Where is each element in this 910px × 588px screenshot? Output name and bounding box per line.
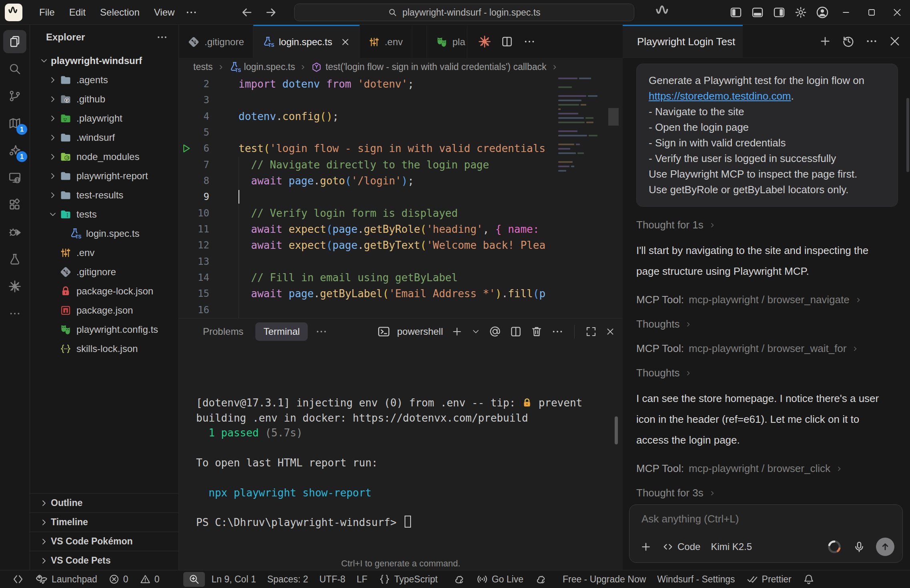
split-terminal-icon[interactable] bbox=[509, 325, 522, 338]
toggle-right-sidebar-icon[interactable] bbox=[768, 0, 790, 25]
section-timeline[interactable]: Timeline bbox=[30, 512, 178, 532]
microphone-icon[interactable] bbox=[853, 540, 866, 553]
status-eol[interactable]: LF bbox=[352, 572, 372, 587]
run-test-play-icon[interactable] bbox=[179, 143, 193, 154]
tree-item-playwright-windsurf[interactable]: playwright-windsurf bbox=[30, 51, 178, 70]
tree-item-login.spec.ts[interactable]: TSlogin.spec.ts bbox=[30, 224, 178, 243]
activity-run-and-debug[interactable] bbox=[3, 220, 26, 244]
editor-scrollbar[interactable] bbox=[608, 108, 619, 126]
status-upgrade[interactable]: Free - Upgrade Now bbox=[558, 572, 651, 587]
tree-item-.windsurf[interactable]: .windsurf bbox=[30, 128, 178, 147]
chevron-right-icon[interactable] bbox=[46, 190, 60, 200]
tree-item-.playwright[interactable]: .playwright bbox=[30, 109, 178, 128]
chevron-right-icon[interactable] bbox=[46, 114, 60, 123]
command-center-search[interactable]: playwright-windsurf - login.spec.ts bbox=[294, 4, 634, 21]
activity-search[interactable] bbox=[3, 57, 26, 80]
maximize-panel-icon[interactable] bbox=[585, 326, 597, 338]
tab-.gitignore[interactable]: .gitignore bbox=[179, 25, 253, 58]
more-actions-icon[interactable] bbox=[520, 32, 539, 51]
status-prettier[interactable]: Prettier bbox=[742, 572, 796, 587]
chevron-right-icon[interactable] bbox=[46, 152, 60, 162]
close-panel-icon[interactable] bbox=[605, 326, 615, 337]
shell-selector[interactable]: powershell bbox=[377, 325, 443, 338]
status-errors[interactable]: 0 bbox=[104, 572, 133, 587]
activity-explorer[interactable] bbox=[3, 30, 26, 53]
breadcrumb-item[interactable]: tests bbox=[193, 62, 213, 72]
activity-windsurf-plugin[interactable] bbox=[3, 275, 26, 298]
cascade-tab[interactable]: Playwright Login Test bbox=[623, 25, 743, 58]
section-vs-code-pokémon[interactable]: VS Code Pokémon bbox=[30, 532, 178, 551]
mcp-tool-row[interactable]: MCP Tool:mcp-playwright / browser_wait_f… bbox=[636, 342, 901, 355]
toggle-panel-icon[interactable] bbox=[747, 0, 768, 25]
status-warnings[interactable]: 0 bbox=[135, 572, 164, 587]
chat-scrollbar[interactable] bbox=[906, 98, 909, 172]
chevron-right-icon[interactable] bbox=[46, 94, 60, 104]
status-cursor-position[interactable]: Ln 9, Col 1 bbox=[206, 572, 261, 587]
section-outline[interactable]: Outline bbox=[30, 493, 178, 512]
attach-plus-icon[interactable] bbox=[640, 541, 652, 553]
history-icon[interactable] bbox=[840, 32, 857, 50]
tree-item-package.json[interactable]: package.json bbox=[30, 301, 178, 320]
panel-more-icon[interactable] bbox=[315, 325, 328, 338]
close-window-button[interactable] bbox=[884, 0, 910, 25]
chevron-down-icon[interactable] bbox=[46, 210, 60, 219]
code-editor[interactable]: 2import dotenv from 'dotenv';34dotenv.co… bbox=[179, 76, 623, 318]
cascade-more-icon[interactable] bbox=[863, 32, 880, 50]
terminal-output[interactable]: [dotenv@17.3.1] injecting env (0) from .… bbox=[179, 344, 623, 556]
split-editor-icon[interactable] bbox=[498, 32, 516, 51]
status-launchpad[interactable]: Launchpad bbox=[30, 572, 102, 587]
chevron-down-icon[interactable] bbox=[37, 56, 51, 66]
tab-.env[interactable]: .env bbox=[360, 25, 412, 58]
close-tab-icon[interactable] bbox=[340, 37, 351, 47]
chevron-right-icon[interactable] bbox=[46, 133, 60, 142]
tree-item-tests[interactable]: tests bbox=[30, 205, 178, 224]
new-conversation-icon[interactable] bbox=[816, 32, 834, 50]
kill-terminal-icon[interactable] bbox=[530, 325, 543, 338]
terminal-chat-icon[interactable] bbox=[489, 325, 501, 338]
status-zoom-indicator[interactable] bbox=[183, 572, 205, 587]
activity-extensions[interactable] bbox=[3, 193, 26, 216]
activity-source-control[interactable] bbox=[3, 84, 26, 108]
tab-pla[interactable]: pla bbox=[427, 25, 467, 58]
activity-testing[interactable] bbox=[3, 248, 26, 271]
close-panel-icon[interactable] bbox=[886, 32, 904, 50]
status-indentation[interactable]: Spaces: 2 bbox=[263, 572, 313, 587]
toggle-left-sidebar-icon[interactable] bbox=[725, 0, 747, 25]
maximize-button[interactable] bbox=[859, 0, 884, 25]
status-go-live[interactable]: Go Live bbox=[471, 572, 528, 587]
thought-row[interactable]: Thoughts bbox=[636, 367, 901, 379]
status-encoding[interactable]: UTF-8 bbox=[315, 572, 350, 587]
activity-map-extension[interactable]: 1 bbox=[3, 112, 26, 135]
activity-sparkle-extension[interactable]: 1 bbox=[3, 139, 26, 162]
mcp-tool-row[interactable]: MCP Tool:mcp-playwright / browser_naviga… bbox=[636, 294, 901, 306]
chat-input[interactable]: Ask anything (Ctrl+L) Code Kimi K2.5 bbox=[629, 504, 903, 563]
thought-row[interactable]: Thought for 1s bbox=[636, 219, 901, 231]
thought-row[interactable]: Thoughts bbox=[636, 318, 901, 330]
terminal-more-icon[interactable] bbox=[551, 325, 564, 338]
panel-tab-problems[interactable]: Problems bbox=[195, 322, 251, 341]
tree-item-playwright.config.ts[interactable]: playwright.config.ts bbox=[30, 320, 178, 339]
status-notifications[interactable] bbox=[798, 572, 820, 587]
new-terminal-icon[interactable] bbox=[451, 326, 463, 338]
terminal-scrollbar[interactable] bbox=[615, 416, 618, 444]
minimize-button[interactable] bbox=[833, 0, 859, 25]
activity-additional-views[interactable] bbox=[3, 302, 26, 325]
back-arrow-icon[interactable] bbox=[240, 6, 254, 19]
account-icon[interactable] bbox=[812, 0, 833, 25]
model-selector[interactable]: Kimi K2.5 bbox=[711, 541, 752, 552]
menu-view[interactable]: View bbox=[148, 4, 180, 20]
status-squirrel-1[interactable] bbox=[448, 572, 470, 587]
menu-file[interactable]: File bbox=[34, 4, 60, 20]
breadcrumb-item[interactable]: TSlogin.spec.ts bbox=[229, 61, 295, 73]
send-button[interactable] bbox=[876, 538, 894, 556]
cascade-button-icon[interactable] bbox=[475, 32, 494, 51]
tree-item-.agents[interactable]: .agents bbox=[30, 70, 178, 90]
breadcrumb-item[interactable]: test('login flow - sign in with valid cr… bbox=[311, 62, 546, 73]
terminal-dropdown-icon[interactable] bbox=[471, 327, 481, 336]
thought-row[interactable]: Thought for 3s bbox=[636, 487, 901, 499]
section-vs-code-pets[interactable]: VS Code Pets bbox=[30, 551, 178, 570]
explorer-more-icon[interactable] bbox=[156, 31, 168, 43]
forward-arrow-icon[interactable] bbox=[264, 6, 278, 19]
tree-item-.env[interactable]: .env bbox=[30, 243, 178, 262]
mode-selector[interactable]: Code bbox=[662, 541, 700, 552]
